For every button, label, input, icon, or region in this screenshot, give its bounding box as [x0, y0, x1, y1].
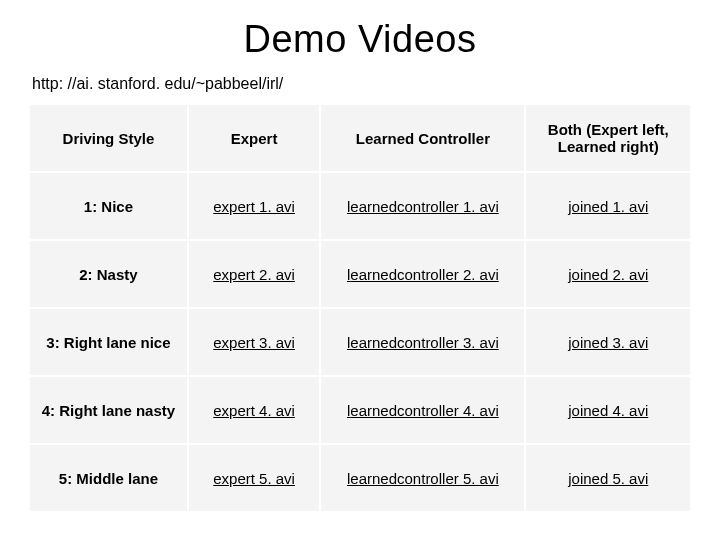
learned-cell: learnedcontroller 4. avi — [320, 376, 525, 444]
learned-link[interactable]: learnedcontroller 1. avi — [347, 198, 499, 215]
learned-link[interactable]: learnedcontroller 2. avi — [347, 266, 499, 283]
learned-cell: learnedcontroller 3. avi — [320, 308, 525, 376]
expert-link[interactable]: expert 5. avi — [213, 470, 295, 487]
slide: Demo Videos http: //ai. stanford. edu/~p… — [0, 0, 720, 540]
expert-link[interactable]: expert 2. avi — [213, 266, 295, 283]
both-link[interactable]: joined 5. avi — [568, 470, 648, 487]
both-cell: joined 3. avi — [525, 308, 691, 376]
both-link[interactable]: joined 2. avi — [568, 266, 648, 283]
both-cell: joined 4. avi — [525, 376, 691, 444]
driving-style-cell: 5: Middle lane — [29, 444, 188, 512]
expert-cell: expert 2. avi — [188, 240, 320, 308]
learned-cell: learnedcontroller 2. avi — [320, 240, 525, 308]
expert-cell: expert 4. avi — [188, 376, 320, 444]
table-row: 5: Middle lane expert 5. avi learnedcont… — [29, 444, 691, 512]
expert-cell: expert 3. avi — [188, 308, 320, 376]
expert-link[interactable]: expert 1. avi — [213, 198, 295, 215]
col-header-expert: Expert — [188, 104, 320, 172]
col-header-style: Driving Style — [29, 104, 188, 172]
table-row: 4: Right lane nasty expert 4. avi learne… — [29, 376, 691, 444]
learned-link[interactable]: learnedcontroller 4. avi — [347, 402, 499, 419]
both-cell: joined 1. avi — [525, 172, 691, 240]
driving-style-cell: 3: Right lane nice — [29, 308, 188, 376]
both-link[interactable]: joined 3. avi — [568, 334, 648, 351]
both-cell: joined 2. avi — [525, 240, 691, 308]
table-row: 2: Nasty expert 2. avi learnedcontroller… — [29, 240, 691, 308]
both-cell: joined 5. avi — [525, 444, 691, 512]
driving-style-cell: 2: Nasty — [29, 240, 188, 308]
learned-cell: learnedcontroller 5. avi — [320, 444, 525, 512]
col-header-learned: Learned Controller — [320, 104, 525, 172]
learned-link[interactable]: learnedcontroller 3. avi — [347, 334, 499, 351]
source-url: http: //ai. stanford. edu/~pabbeel/irl/ — [32, 75, 692, 93]
table-header-row: Driving Style Expert Learned Controller … — [29, 104, 691, 172]
driving-style-cell: 4: Right lane nasty — [29, 376, 188, 444]
page-title: Demo Videos — [28, 18, 692, 61]
table-row: 1: Nice expert 1. avi learnedcontroller … — [29, 172, 691, 240]
both-link[interactable]: joined 1. avi — [568, 198, 648, 215]
videos-table: Driving Style Expert Learned Controller … — [28, 103, 692, 513]
learned-cell: learnedcontroller 1. avi — [320, 172, 525, 240]
learned-link[interactable]: learnedcontroller 5. avi — [347, 470, 499, 487]
expert-link[interactable]: expert 4. avi — [213, 402, 295, 419]
col-header-both: Both (Expert left, Learned right) — [525, 104, 691, 172]
driving-style-cell: 1: Nice — [29, 172, 188, 240]
both-link[interactable]: joined 4. avi — [568, 402, 648, 419]
table-row: 3: Right lane nice expert 3. avi learned… — [29, 308, 691, 376]
expert-cell: expert 1. avi — [188, 172, 320, 240]
expert-cell: expert 5. avi — [188, 444, 320, 512]
expert-link[interactable]: expert 3. avi — [213, 334, 295, 351]
